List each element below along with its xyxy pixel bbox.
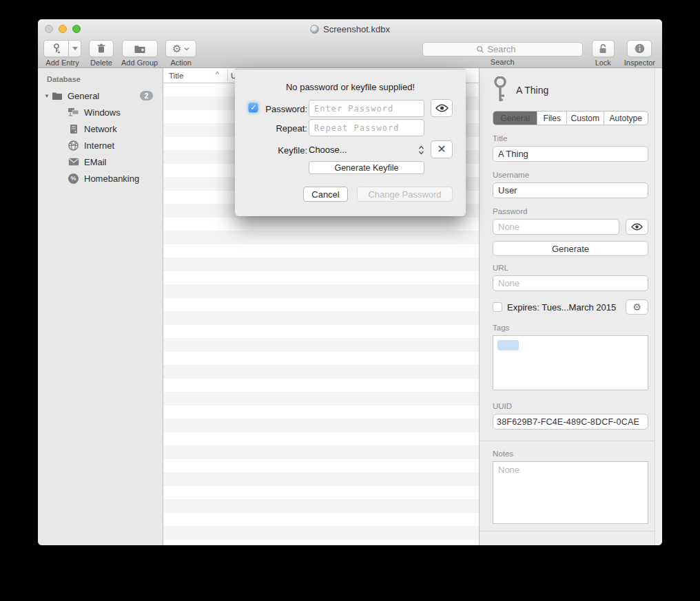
entry-title: A Thing xyxy=(516,85,548,96)
stepper-icon xyxy=(418,145,424,156)
inspector-tabs: General Files Custom Autotype xyxy=(493,111,648,125)
toolbar: Add Entry Delete xyxy=(38,39,662,68)
repeat-password-input[interactable] xyxy=(309,119,424,136)
folder-icon xyxy=(51,90,63,102)
action-tool: ⚙ Action xyxy=(165,40,196,67)
enter-password-input[interactable] xyxy=(309,100,424,117)
tag-pill[interactable] xyxy=(497,340,519,350)
notes-label: Notes xyxy=(493,450,648,458)
lock-label: Lock xyxy=(595,59,611,67)
add-entry-button[interactable] xyxy=(43,40,68,57)
add-entry-dropdown-button[interactable] xyxy=(68,40,81,57)
dropdown-arrow-icon xyxy=(72,47,78,50)
sidebar-item-label: Network xyxy=(84,124,117,134)
eye-icon xyxy=(631,223,643,231)
key-icon xyxy=(493,76,508,104)
lock-button[interactable] xyxy=(592,40,615,57)
reveal-password-button[interactable] xyxy=(431,99,453,117)
search-icon xyxy=(476,45,484,54)
keyfile-popup-value: Choose... xyxy=(309,145,347,155)
disclosure-triangle-icon[interactable]: ▼ xyxy=(44,93,51,99)
tab-custom[interactable]: Custom xyxy=(567,112,604,125)
tab-autotype[interactable]: Autotype xyxy=(604,112,648,125)
sidebar-item-general[interactable]: ▼ General 2 xyxy=(38,87,163,104)
url-field-label: URL xyxy=(493,264,648,272)
percent-icon: % xyxy=(68,173,79,184)
repeat-label: Repeat: xyxy=(235,123,307,134)
gear-icon: ⚙ xyxy=(172,43,181,54)
keyfile-popup[interactable]: Choose... xyxy=(309,141,424,158)
search-input[interactable] xyxy=(487,44,528,54)
unlock-icon xyxy=(598,43,608,54)
titlebar[interactable]: Screenshot.kdbx xyxy=(38,19,662,39)
window-header: Screenshot.kdbx xyxy=(38,19,662,68)
search-label: Search xyxy=(491,58,515,66)
change-password-sheet: No password or keyfile supplied! ✓ Passw… xyxy=(235,69,466,216)
generate-keyfile-button[interactable]: Generate Keyfile xyxy=(309,161,424,174)
sidebar: Database ▼ General 2 xyxy=(38,68,163,545)
sidebar-section-header: Database xyxy=(38,74,163,87)
username-field[interactable] xyxy=(493,182,648,198)
password-field[interactable] xyxy=(493,219,619,235)
sidebar-item-label: General xyxy=(68,91,99,101)
app-window: Screenshot.kdbx xyxy=(38,19,662,545)
expires-checkbox[interactable] xyxy=(493,302,502,312)
action-button[interactable]: ⚙ xyxy=(165,40,196,57)
entry-count-badge: 2 xyxy=(140,91,153,101)
delete-button[interactable] xyxy=(89,40,114,57)
tags-box[interactable] xyxy=(493,335,648,390)
sidebar-item-label: Internet xyxy=(84,140,114,151)
column-divider[interactable] xyxy=(227,70,228,81)
add-group-button[interactable] xyxy=(122,40,158,57)
delete-tool: Delete xyxy=(89,40,114,67)
info-icon xyxy=(635,43,645,54)
trash-icon xyxy=(96,43,106,54)
add-group-label: Add Group xyxy=(121,59,158,67)
generate-password-button[interactable]: Generate xyxy=(493,241,648,256)
reveal-password-button[interactable] xyxy=(626,219,648,235)
sidebar-item-internet[interactable]: Internet xyxy=(38,137,163,154)
tab-general[interactable]: General xyxy=(493,112,537,125)
clear-keyfile-button[interactable]: ✕ xyxy=(431,140,453,158)
sidebar-item-email[interactable]: EMail xyxy=(38,154,163,170)
cancel-button[interactable]: Cancel xyxy=(303,187,348,202)
tab-files[interactable]: Files xyxy=(537,112,567,125)
inspector-scrollbar[interactable] xyxy=(655,68,662,545)
globe-icon xyxy=(68,140,79,151)
sidebar-item-label: Homebanking xyxy=(84,173,139,184)
password-label: Password: xyxy=(235,104,307,114)
document-icon xyxy=(310,25,319,34)
sidebar-item-homebanking[interactable]: % Homebanking xyxy=(38,170,163,187)
chevron-down-icon xyxy=(184,47,189,51)
sheet-warning-message: No password or keyfile supplied! xyxy=(235,82,466,92)
section-divider xyxy=(480,531,662,531)
column-header-title[interactable]: Title xyxy=(169,72,183,80)
window-title: Screenshot.kdbx xyxy=(323,24,390,34)
title-field[interactable] xyxy=(493,146,648,162)
inspector-panel: A Thing General Files Custom Autotype Ti… xyxy=(479,68,662,545)
password-field-label: Password xyxy=(493,207,648,215)
search-tool: Search xyxy=(422,40,583,66)
notes-field[interactable] xyxy=(493,461,648,524)
add-group-tool: Add Group xyxy=(121,40,158,67)
gear-icon: ⚙ xyxy=(632,302,641,312)
url-field[interactable] xyxy=(493,275,648,291)
change-password-button[interactable]: Change Password xyxy=(357,187,453,202)
action-label: Action xyxy=(170,59,192,67)
search-field[interactable] xyxy=(422,42,583,56)
sidebar-item-label: EMail xyxy=(84,157,107,167)
uuid-field[interactable] xyxy=(493,414,648,430)
section-divider xyxy=(480,441,662,441)
eye-icon xyxy=(435,104,449,112)
envelope-icon xyxy=(68,156,79,168)
expires-label: Expires: Tues...March 2015 xyxy=(507,302,626,313)
tags-label: Tags xyxy=(493,324,648,332)
delete-label: Delete xyxy=(90,59,112,67)
sidebar-item-network[interactable]: Network xyxy=(38,120,163,137)
sidebar-item-label: Windows xyxy=(84,107,121,118)
expires-settings-button[interactable]: ⚙ xyxy=(626,299,648,315)
inspector-button[interactable] xyxy=(627,40,652,57)
title-field-label: Title xyxy=(493,134,648,143)
inspector-label: Inspector xyxy=(624,59,655,67)
sidebar-item-windows[interactable]: Windows xyxy=(38,104,163,120)
